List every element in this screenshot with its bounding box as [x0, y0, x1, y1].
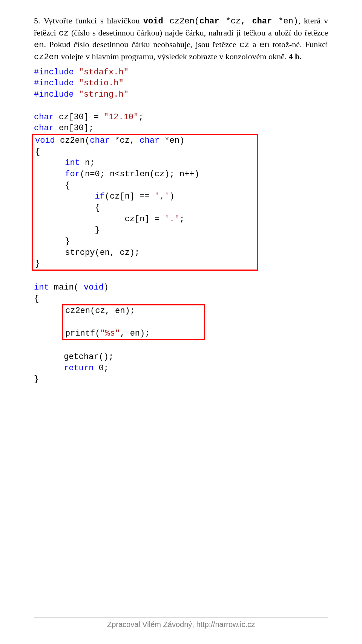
for-body: (n=0; n<strlen(cz); n++) — [80, 169, 199, 179]
kw-int: int — [65, 158, 80, 168]
kw-int: int — [34, 283, 49, 292]
rbrace: } — [35, 259, 40, 268]
rbrace: } — [95, 225, 100, 235]
footer-text: Zpracoval Vilém Závodný, http://narrow.i… — [107, 620, 255, 629]
sig-char2: char — [252, 17, 272, 26]
return-v: 0; — [94, 364, 109, 373]
kw-include: #include — [34, 79, 74, 88]
highlight-box-function: void cz2en(char *cz, char *en) { int n; … — [32, 134, 258, 271]
m-cz: cz — [59, 29, 69, 38]
task-text-6: totož-né. Funkci — [269, 40, 328, 49]
lbrace: { — [34, 294, 39, 304]
printf-b: "%s" — [100, 329, 120, 338]
kw-char: char — [34, 123, 54, 133]
lbrace: { — [35, 147, 40, 157]
call: cz2en(cz, en); — [65, 306, 135, 316]
highlight-box-call: cz2en(cz, en); printf("%s", en); — [62, 304, 205, 340]
kw-include: #include — [34, 68, 74, 77]
decl-cz-b: "12.10" — [104, 112, 138, 122]
footer: Zpracoval Vilém Závodný, http://narrow.i… — [34, 614, 328, 629]
if-b: ',' — [155, 192, 170, 201]
if-a: (cz[n] == — [105, 192, 155, 201]
rbrace: } — [34, 374, 39, 384]
lbrace: { — [95, 203, 100, 213]
page: 5. Vytvořte funkci s hlavičkou void cz2e… — [0, 0, 362, 644]
rbrace: } — [65, 237, 70, 246]
fn-sig-a: cz2en( — [55, 136, 90, 145]
assign-c: ; — [179, 214, 184, 224]
lbrace: { — [65, 181, 70, 190]
printf-c: , en); — [120, 329, 150, 338]
sig-void: void — [143, 17, 163, 26]
kw-void: void — [84, 283, 104, 292]
task-text-7: volejte v hlavním programu, výsledek zob… — [59, 52, 289, 61]
task-text-5: a — [249, 40, 259, 49]
assign-a: cz[n] = — [125, 214, 165, 224]
code-block: #include "stdafx.h" #include "stdio.h" #… — [34, 67, 328, 385]
m-en2: en — [259, 40, 269, 50]
task-number: 5. — [34, 16, 40, 25]
inc-stdafx: "stdafx.h" — [74, 68, 129, 77]
sig-mid2: *cz, — [219, 17, 252, 26]
main-b: ) — [104, 283, 109, 292]
sig-mid1: cz2en( — [163, 17, 199, 26]
fn-sig-b: *cz, — [110, 136, 140, 145]
fn-sig-c: *en) — [160, 136, 184, 145]
kw-include: #include — [34, 90, 74, 99]
kw-char: char — [140, 136, 160, 145]
kw-char: char — [90, 136, 110, 145]
decl-cz-a: cz[30] = — [54, 112, 104, 122]
kw-return: return — [64, 364, 94, 373]
sig-mid3: *en) — [272, 17, 298, 26]
inc-stdio: "stdio.h" — [74, 79, 124, 88]
printf-a: printf( — [65, 329, 100, 338]
kw-char: char — [34, 112, 54, 122]
decl-en: en[30]; — [54, 123, 94, 133]
task-text-3: (číslo s desetinnou čárkou) najde čárku,… — [69, 28, 328, 37]
sig-char1: char — [199, 17, 219, 26]
main-a: main( — [49, 283, 84, 292]
task-text-1: Vytvořte funkci s hlavičkou — [43, 16, 143, 25]
m-fn: cz2en — [34, 52, 59, 62]
footer-divider — [34, 618, 328, 618]
strcpy: strcpy(en, cz); — [65, 248, 140, 257]
inc-string: "string.h" — [74, 90, 129, 99]
kw-void: void — [35, 136, 55, 145]
decl-cz-c: ; — [138, 112, 143, 122]
m-en: en — [34, 40, 44, 50]
getchar: getchar(); — [64, 352, 114, 362]
kw-for: for — [65, 169, 80, 179]
if-c: ) — [169, 192, 174, 201]
task-paragraph: 5. Vytvořte funkci s hlavičkou void cz2e… — [34, 15, 328, 63]
m-cz2: cz — [239, 40, 249, 50]
kw-if: if — [95, 192, 104, 201]
task-text-4: . Pokud číslo desetinnou čárku neobsahuj… — [44, 40, 239, 49]
n-decl: n; — [80, 158, 95, 168]
assign-b: '.' — [164, 214, 179, 224]
task-points: 4 b. — [289, 52, 302, 61]
